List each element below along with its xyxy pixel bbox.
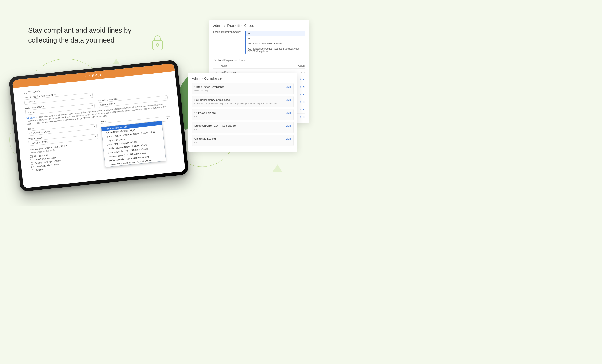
chevron-right-icon: ›	[224, 24, 226, 28]
edit-icon[interactable]: ✎	[299, 85, 301, 89]
compliance-title: Candidate Scoring	[194, 137, 216, 140]
compliance-detail: Off	[194, 128, 291, 131]
shift-checkbox[interactable]	[31, 166, 34, 168]
compliance-title: United States Compliance	[194, 85, 224, 88]
tablet-screen: » REVEL QUESTIONS How did you first hear…	[12, 63, 185, 188]
hero-line-2: collecting the data you need	[28, 36, 115, 44]
breadcrumb-root[interactable]: Admin	[192, 77, 201, 80]
column-header-action: Action	[291, 63, 305, 69]
shift-checkbox[interactable]	[30, 159, 33, 161]
enable-disposition-select[interactable]: No No Yes - Disposition Codes Optional Y…	[245, 31, 305, 54]
brand-name: REVEL	[89, 73, 103, 78]
chevron-right-icon: ›	[202, 77, 204, 80]
compliance-detail: On	[194, 141, 291, 144]
breadcrumb-current: Compliance	[204, 77, 222, 80]
edit-button[interactable]: EDIT	[286, 86, 291, 88]
compliance-section: CCPA ComplianceEDITOff	[192, 109, 294, 120]
no-action: - -	[301, 71, 304, 73]
select-selected-value[interactable]: No	[246, 31, 305, 36]
hero-line-1: Stay compliant and avoid fines by	[28, 27, 131, 34]
brand-chevron-icon: »	[85, 74, 87, 78]
edit-button[interactable]: EDIT	[286, 125, 291, 127]
edit-icon[interactable]: ✎	[299, 101, 301, 104]
compliance-detail: California: On | Colorado: On | New York…	[194, 103, 291, 105]
required-asterisk: *	[242, 31, 243, 33]
delete-icon[interactable]: ✖	[302, 101, 304, 104]
compliance-title: CCPA Compliance	[194, 111, 216, 114]
delete-icon[interactable]: ✖	[302, 78, 304, 81]
edit-icon[interactable]: ✎	[299, 108, 301, 111]
column-header-name: Name	[220, 63, 291, 69]
delete-icon[interactable]: ✖	[302, 85, 304, 89]
compliance-section: Pay Transparency ComplianceEDITCaliforni…	[192, 96, 294, 107]
edit-icon[interactable]: ✎	[299, 78, 301, 81]
tablet-frame: » REVEL QUESTIONS How did you first hear…	[9, 60, 189, 192]
shift-checkbox[interactable]	[31, 162, 34, 165]
delete-icon[interactable]: ✖	[302, 93, 304, 96]
declined-codes-heading: Declined Disposition Codes	[213, 57, 305, 63]
compliance-section: European Union GDPR ComplianceEDITOff	[192, 122, 294, 133]
tablet-mockup: » REVEL QUESTIONS How did you first hear…	[9, 60, 189, 192]
shift-label: Rotating	[35, 168, 44, 172]
compliance-panel: Admin › Compliance United States Complia…	[188, 73, 298, 152]
compliance-section: Candidate ScoringEDITOn	[192, 135, 294, 146]
select-option[interactable]: No	[246, 36, 305, 41]
hero-headline: Stay compliant and avoid fines by collec…	[28, 25, 160, 45]
edit-button[interactable]: EDIT	[286, 112, 291, 114]
chevron-down-icon: ⌄	[302, 32, 304, 35]
shift-checkbox[interactable]	[30, 155, 33, 158]
edit-icon[interactable]: ✎	[299, 116, 301, 119]
select-option[interactable]: Yes - Disposition Codes Optional	[246, 41, 305, 46]
shift-checkbox[interactable]	[32, 169, 34, 172]
compliance-detail: Off	[194, 115, 291, 118]
decor-triangle	[273, 165, 282, 172]
enable-disposition-label: Enable Disposition Codes:	[213, 31, 241, 33]
breadcrumb-current: Disposition Codes	[227, 24, 254, 28]
compliance-section: United States ComplianceEDITEEO / AA Onl…	[192, 83, 294, 94]
edit-button[interactable]: EDIT	[286, 137, 291, 140]
compliance-title: Pay Transparency Compliance	[194, 98, 230, 101]
compliance-title: European Union GDPR Compliance	[194, 124, 236, 127]
compliance-detail: EEO / AA Only	[194, 90, 291, 92]
breadcrumb: Admin › Compliance	[192, 77, 294, 80]
delete-icon[interactable]: ✖	[302, 108, 304, 111]
breadcrumb: Admin › Disposition Codes	[213, 24, 305, 28]
delete-icon[interactable]: ✖	[302, 116, 304, 119]
breadcrumb-root[interactable]: Admin	[213, 24, 223, 28]
select-option[interactable]: Yes - Disposition Codes Required | Neces…	[246, 46, 305, 54]
edit-icon[interactable]: ✎	[299, 93, 301, 96]
decor-triangle	[113, 59, 119, 64]
edit-button[interactable]: EDIT	[286, 99, 291, 101]
race-dropdown-menu[interactable]: I don't wish to answerWhite (Not of Hisp…	[101, 121, 166, 167]
